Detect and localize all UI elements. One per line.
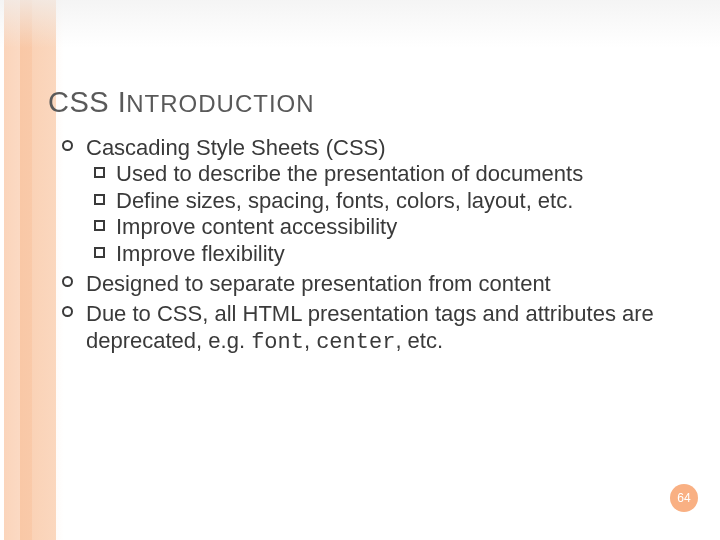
square-bullet-icon: [94, 220, 105, 231]
bullet-1-3: Improve content accessibility: [48, 214, 690, 240]
square-bullet-icon: [94, 194, 105, 205]
slide: CSS INTRODUCTION Cascading Style Sheets …: [0, 0, 720, 540]
body-text: Cascading Style Sheets (CSS) Used to des…: [48, 135, 690, 356]
bullet-1-2-text: Define sizes, spacing, fonts, colors, la…: [116, 188, 573, 213]
bullet-3-post: , etc.: [395, 328, 443, 353]
bullet-3-mono1: font: [251, 330, 304, 355]
bullet-1-1: Used to describe the presentation of doc…: [48, 161, 690, 187]
bullet-1: Cascading Style Sheets (CSS): [48, 135, 690, 161]
bullet-3-mid: ,: [304, 328, 316, 353]
slide-title: CSS INTRODUCTION: [48, 86, 690, 119]
bullet-2-text: Designed to separate presentation from c…: [86, 271, 551, 296]
page-number: 64: [677, 491, 690, 505]
bullet-3: Due to CSS, all HTML presentation tags a…: [48, 301, 690, 356]
square-bullet-icon: [94, 167, 105, 178]
title-main: CSS I: [48, 86, 126, 118]
title-smallcaps: NTRODUCTION: [126, 90, 314, 117]
bullet-1-3-text: Improve content accessibility: [116, 214, 397, 239]
bullet-3-mono2: center: [316, 330, 395, 355]
bullet-1-2: Define sizes, spacing, fonts, colors, la…: [48, 188, 690, 214]
circle-bullet-icon: [62, 140, 73, 151]
content-area: CSS INTRODUCTION Cascading Style Sheets …: [48, 86, 690, 356]
square-bullet-icon: [94, 247, 105, 258]
bullet-1-4-text: Improve flexibility: [116, 241, 285, 266]
bullet-2: Designed to separate presentation from c…: [48, 271, 690, 297]
decor-top-fade: [0, 0, 720, 48]
bullet-1-4: Improve flexibility: [48, 241, 690, 267]
page-number-badge: 64: [670, 484, 698, 512]
circle-bullet-icon: [62, 276, 73, 287]
bullet-1-text: Cascading Style Sheets (CSS): [86, 135, 386, 160]
circle-bullet-icon: [62, 306, 73, 317]
bullet-1-1-text: Used to describe the presentation of doc…: [116, 161, 583, 186]
